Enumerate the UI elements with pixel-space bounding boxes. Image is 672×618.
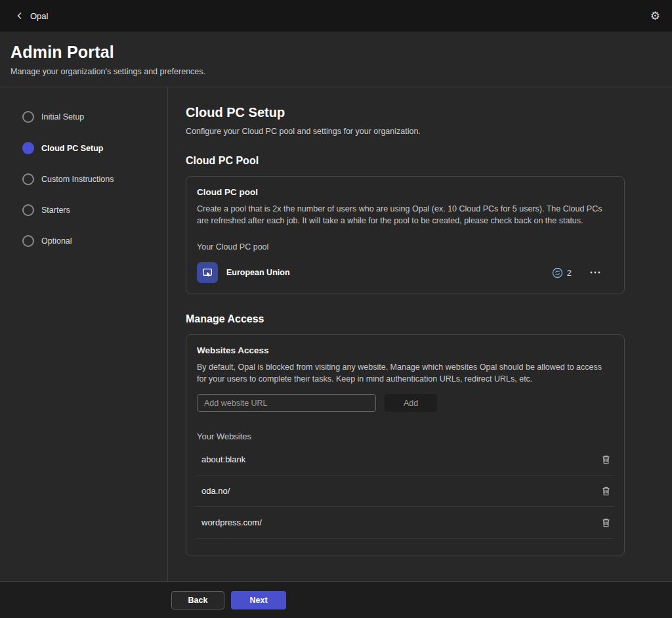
pool-list-label: Your Cloud PC pool (197, 242, 614, 252)
next-button[interactable]: Next (231, 591, 286, 609)
back-button[interactable]: Back (171, 591, 224, 609)
step-label: Custom Instructions (41, 175, 114, 184)
page-header: Admin Portal Manage your organization's … (0, 32, 672, 87)
pool-status: 2 (552, 267, 572, 278)
step-label: Optional (41, 236, 72, 246)
sidebar-step-initial-setup[interactable]: Initial Setup (22, 111, 167, 123)
sidebar-step-starters[interactable]: Starters (22, 204, 167, 216)
step-circle-icon (22, 173, 34, 185)
sync-circle-icon (552, 267, 563, 278)
pool-count: 2 (567, 268, 572, 278)
website-row: about:blank (197, 444, 614, 475)
admin-portal-app: Opal ⚙ Admin Portal Manage your organiza… (0, 0, 672, 618)
website-url: about:blank (201, 454, 245, 464)
page-subtitle: Manage your organization's settings and … (10, 67, 662, 76)
add-website-button[interactable]: Add (385, 394, 437, 412)
body-row: Initial Setup Cloud PC Setup Custom Inst… (0, 87, 672, 581)
sidebar-step-custom-instructions[interactable]: Custom Instructions (22, 173, 167, 185)
pool-card-description: Create a pool that is 2x the number of u… (197, 203, 614, 227)
manage-access-heading: Manage Access (186, 313, 625, 325)
cloud-pc-pool-heading: Cloud PC Pool (186, 155, 625, 167)
back-nav[interactable]: Opal (16, 11, 48, 21)
pool-card-title: Cloud PC pool (197, 187, 614, 197)
page-title: Admin Portal (10, 43, 662, 62)
step-label: Cloud PC Setup (41, 144, 103, 153)
top-bar: Opal ⚙ (0, 0, 672, 32)
delete-website-button[interactable] (600, 453, 612, 466)
website-url: wordpress.com/ (201, 518, 262, 527)
website-url-input[interactable] (197, 394, 376, 412)
step-circle-icon (22, 111, 34, 123)
website-row: oda.no/ (197, 475, 614, 507)
chevron-left-icon (16, 11, 24, 20)
website-url: oda.no/ (201, 486, 230, 496)
websites-list: about:blank oda.no/ (197, 444, 614, 545)
section-title: Cloud PC Setup (186, 105, 625, 120)
section-subtitle: Configure your Cloud PC pool and setting… (186, 127, 625, 136)
pool-item-row[interactable]: European Union 2 (197, 262, 614, 283)
delete-website-button[interactable] (600, 485, 612, 498)
websites-card-title: Websites Access (197, 345, 614, 355)
step-label: Initial Setup (41, 112, 84, 121)
cloud-pc-pool-card: Cloud PC pool Create a pool that is 2x t… (186, 176, 625, 294)
sidebar-step-cloud-pc-setup[interactable]: Cloud PC Setup (22, 142, 167, 154)
setup-stepper: Initial Setup Cloud PC Setup Custom Inst… (0, 87, 168, 581)
websites-card-description: By default, Opal is blocked from visitin… (197, 361, 614, 385)
wizard-footer: Back Next (0, 581, 672, 618)
delete-website-button[interactable] (600, 516, 612, 529)
step-circle-active-icon (22, 142, 34, 154)
website-row: wordpress.com/ (197, 507, 614, 539)
more-options-button[interactable] (590, 271, 600, 274)
app-title: Opal (30, 11, 48, 21)
step-label: Starters (41, 206, 70, 215)
add-website-row: Add (197, 394, 614, 412)
step-circle-icon (22, 235, 34, 247)
cloud-pc-monitor-icon (197, 262, 218, 283)
sidebar-step-optional[interactable]: Optional (22, 235, 167, 247)
main-content: Cloud PC Setup Configure your Cloud PC p… (168, 87, 672, 581)
websites-list-label: Your Websites (197, 431, 614, 441)
settings-gear-icon[interactable]: ⚙ (650, 11, 660, 22)
websites-access-card: Websites Access By default, Opal is bloc… (186, 334, 625, 556)
pool-name: European Union (226, 268, 290, 277)
step-circle-icon (22, 204, 34, 216)
